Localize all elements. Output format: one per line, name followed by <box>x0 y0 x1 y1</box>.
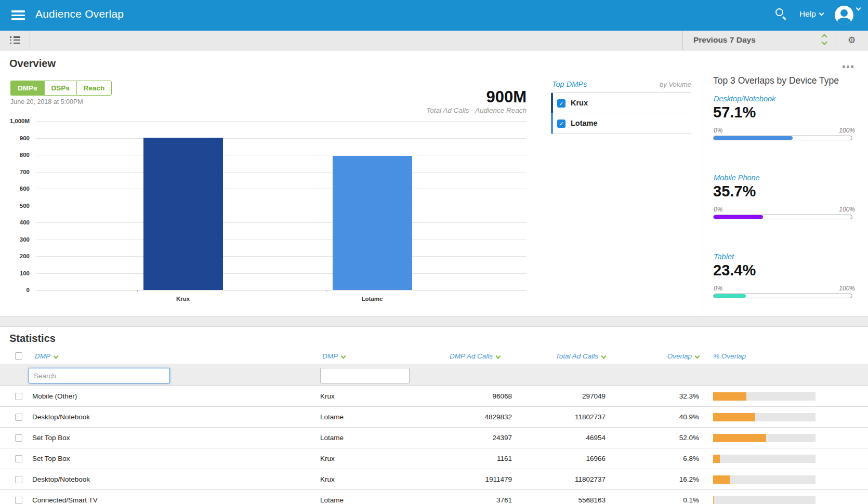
tab-dsps[interactable]: DSPs <box>44 81 76 96</box>
cell-dmp: Lotame <box>320 434 344 442</box>
audience-overlap-page: Audience Overlap Help Previous 7 Days ⚙ … <box>0 0 868 504</box>
filter-row <box>0 364 868 386</box>
gridline <box>36 138 527 139</box>
dmp-filter-input[interactable] <box>320 368 410 383</box>
cell-device: Mobile (Other) <box>32 392 77 400</box>
y-tick-label: 100 <box>20 270 30 276</box>
column-header-overlap[interactable]: Overlap <box>595 352 699 360</box>
cell-dmp-ad-calls: 3761 <box>408 496 512 504</box>
table-row[interactable]: Desktop/NotebookLotame48298321180273740.… <box>0 407 868 428</box>
section-divider <box>0 316 868 327</box>
row-checkbox[interactable] <box>15 455 22 462</box>
overlap-bar-fill <box>713 475 730 484</box>
x-tick-label: Krux <box>141 296 225 302</box>
row-checkbox[interactable] <box>15 434 22 442</box>
cell-dmp: Krux <box>320 392 335 400</box>
cell-device: Set Top Box <box>32 434 70 442</box>
row-checkbox[interactable] <box>15 476 22 483</box>
cell-dmp-ad-calls: 1911479 <box>408 475 512 483</box>
column-header-dmp-ad-calls[interactable]: DMP Ad Calls <box>408 352 500 360</box>
gridline <box>36 172 527 173</box>
overview-options-button[interactable] <box>843 61 858 65</box>
dmp-legend-item-lotame[interactable]: ✓Lotame <box>551 113 691 134</box>
overlap-percentage: 57.1% <box>713 104 756 121</box>
overlap-bar-track <box>713 455 816 463</box>
avatar <box>835 6 853 24</box>
cell-device: Desktop/Notebook <box>32 475 90 483</box>
hamburger-menu-icon[interactable] <box>11 10 25 20</box>
top-dmps-title: Top DMPs <box>552 80 587 88</box>
search-icon[interactable] <box>775 8 789 22</box>
column-header-dmp-device[interactable]: DMP <box>35 352 58 360</box>
overlap-bar-fill <box>713 455 720 463</box>
gridline <box>36 222 527 223</box>
cell-device: Set Top Box <box>32 455 70 462</box>
cell-device: Desktop/Notebook <box>32 413 90 421</box>
select-all-checkbox[interactable] <box>15 352 22 360</box>
bar-lotame[interactable] <box>333 156 412 290</box>
progress-fill <box>714 136 793 140</box>
cell-dmp: Krux <box>320 475 335 483</box>
column-header-pct-overlap[interactable]: % Overlap <box>713 352 746 360</box>
checked-checkbox[interactable]: ✓ <box>557 99 565 108</box>
page-title: Audience Overlap <box>35 8 124 20</box>
cell-total-ad-calls: 5568163 <box>502 496 606 504</box>
overlap-percentage: 35.7% <box>713 183 756 200</box>
overview-section: Overview DMPsDSPsReach June 20, 2018 at … <box>0 50 868 316</box>
settings-button[interactable]: ⚙ <box>836 31 868 50</box>
cell-dmp-ad-calls: 24397 <box>408 434 512 442</box>
overlap-bar-track <box>713 496 816 504</box>
cell-overlap: 6.8% <box>595 455 699 462</box>
overlap-bar-track <box>713 434 816 442</box>
top-dmps-subtitle: by Volume <box>660 81 691 88</box>
series-color-swatch <box>551 93 553 113</box>
total-value: 900M <box>371 88 527 107</box>
row-checkbox[interactable] <box>15 497 22 504</box>
table-row[interactable]: Set Top BoxLotame243974695452.0% <box>0 428 868 448</box>
report-timestamp: June 20, 2018 at 5:00PM <box>10 98 83 105</box>
table-row[interactable]: Set Top BoxKrux1161169666.8% <box>0 448 868 469</box>
device-overlap-1: Desktop/Notebook57.1%0%100% <box>713 95 855 147</box>
cell-dmp: Krux <box>320 455 335 462</box>
row-checkbox[interactable] <box>15 414 22 421</box>
scale-max-label: 100% <box>839 285 855 292</box>
column-header-total-ad-calls[interactable]: Total Ad Calls <box>502 352 606 360</box>
table-row[interactable]: Connected/Smart TVLotame376155681630.1% <box>0 490 868 504</box>
cell-overlap: 52.0% <box>595 434 699 442</box>
help-menu[interactable]: Help <box>799 9 823 19</box>
gridline <box>36 240 527 240</box>
y-tick-label: 900 <box>20 135 30 141</box>
bar-chart: 1,000M9008007006005004003002001000KruxLo… <box>0 121 535 282</box>
gridline <box>36 273 527 274</box>
device-overlap-3: Tablet23.4%0%100% <box>713 253 855 304</box>
checked-checkbox[interactable]: ✓ <box>557 120 565 128</box>
updown-chevrons-icon <box>822 35 828 46</box>
sort-chevron-icon <box>695 354 700 359</box>
y-tick-label: 500 <box>20 203 30 209</box>
cell-dmp-ad-calls: 1161 <box>408 455 512 462</box>
toolbar: Previous 7 Days ⚙ <box>0 31 868 50</box>
overlap-bar-track <box>713 413 816 421</box>
table-header: DMP DMP DMP Ad Calls Total Ad Calls Over… <box>0 351 868 364</box>
cell-dmp-ad-calls: 4829832 <box>408 413 512 421</box>
tab-reach[interactable]: Reach <box>76 81 112 96</box>
overlap-bar-fill <box>713 434 766 442</box>
table-row[interactable]: Desktop/NotebookKrux19114791180273716.2% <box>0 469 868 490</box>
overlap-bar-fill <box>713 413 755 421</box>
account-menu[interactable] <box>835 6 860 24</box>
row-checkbox[interactable] <box>15 393 22 400</box>
cell-overlap: 40.9% <box>595 413 699 421</box>
date-range-selector[interactable]: Previous 7 Days <box>682 31 836 50</box>
column-header-dmp[interactable]: DMP <box>322 352 345 360</box>
x-axis-tick <box>326 290 327 292</box>
tab-dmps[interactable]: DMPs <box>10 81 44 96</box>
dmp-legend-item-krux[interactable]: ✓Krux <box>551 92 691 113</box>
y-tick-label: 600 <box>20 185 30 192</box>
search-input[interactable] <box>29 368 170 383</box>
device-type-label: Desktop/Notebook <box>714 95 775 103</box>
progress-fill <box>714 215 763 219</box>
bar-krux[interactable] <box>143 138 223 290</box>
table-row[interactable]: Mobile (Other)Krux9606829704932.3% <box>0 386 868 407</box>
list-view-button[interactable] <box>0 31 30 50</box>
device-overlap-2: Mobile Phone35.7%0%100% <box>713 174 855 226</box>
